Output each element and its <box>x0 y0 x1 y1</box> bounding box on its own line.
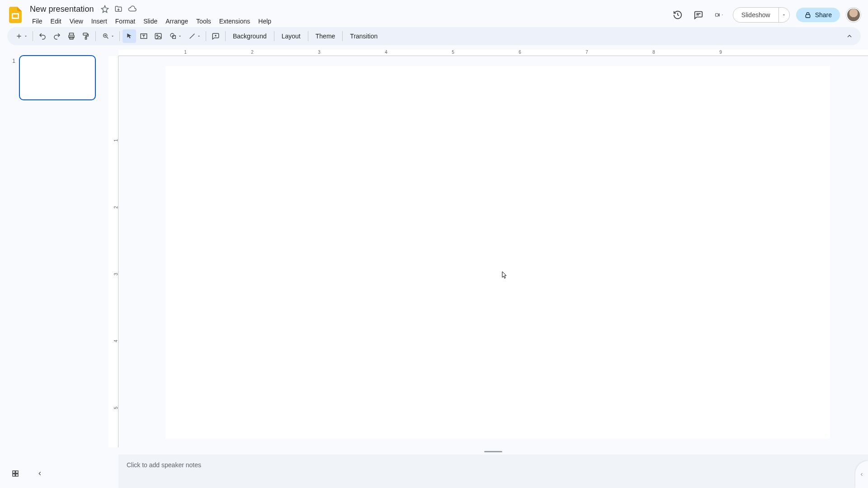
divider <box>33 31 33 41</box>
layout-button[interactable]: Layout <box>277 29 305 43</box>
grid-icon <box>11 469 19 478</box>
chevron-down-icon <box>110 34 115 38</box>
shape-button[interactable] <box>166 29 184 43</box>
svg-rect-3 <box>806 14 810 18</box>
slide-canvas[interactable] <box>165 66 830 439</box>
svg-rect-6 <box>83 33 87 35</box>
divider <box>95 31 96 41</box>
slideshow-label: Slideshow <box>741 11 770 19</box>
star-icon[interactable] <box>100 5 109 14</box>
ruler-label: 4 <box>385 50 387 55</box>
ruler-label: 9 <box>719 50 722 55</box>
ruler-label: 6 <box>519 50 521 55</box>
theme-button[interactable]: Theme <box>311 29 340 43</box>
svg-rect-15 <box>16 471 18 473</box>
share-label: Share <box>815 11 832 19</box>
transition-button[interactable]: Transition <box>345 29 382 43</box>
menu-format[interactable]: Format <box>112 16 138 27</box>
slideshow-dropdown[interactable] <box>778 8 789 22</box>
menu-insert[interactable]: Insert <box>88 16 110 27</box>
divider <box>342 31 343 41</box>
ruler-label: 7 <box>585 50 588 55</box>
background-button[interactable]: Background <box>228 29 271 43</box>
slideshow-main[interactable]: Slideshow <box>733 8 778 22</box>
ruler-label: 4 <box>114 340 119 343</box>
divider <box>119 31 120 41</box>
slides-logo-icon[interactable] <box>7 7 24 23</box>
notes-divider[interactable] <box>118 448 868 455</box>
menu-help[interactable]: Help <box>255 16 274 27</box>
collapse-filmstrip-button[interactable] <box>34 468 45 479</box>
bottom-left-controls <box>10 468 45 479</box>
svg-rect-14 <box>13 471 15 473</box>
slide-number: 1 <box>10 55 15 64</box>
menu-edit[interactable]: Edit <box>47 16 65 27</box>
line-button[interactable] <box>185 29 203 43</box>
redo-icon <box>53 32 61 40</box>
svg-rect-2 <box>715 14 718 16</box>
comments-icon[interactable] <box>691 8 706 22</box>
chevron-left-icon <box>37 470 43 477</box>
horizontal-ruler[interactable]: 1 2 3 4 5 6 7 8 9 <box>118 50 868 56</box>
menu-view[interactable]: View <box>66 16 86 27</box>
undo-button[interactable] <box>36 29 49 43</box>
menu-file[interactable]: File <box>29 16 46 27</box>
select-tool-button[interactable] <box>123 29 136 43</box>
move-folder-icon[interactable] <box>114 5 123 14</box>
menu-tools[interactable]: Tools <box>193 16 214 27</box>
canvas-area: 1 2 3 4 5 6 7 8 9 1 2 3 4 5 Click to add… <box>108 50 868 488</box>
speaker-notes-placeholder: Click to add speaker notes <box>127 461 201 469</box>
plus-icon <box>15 33 23 40</box>
cloud-status-icon[interactable] <box>127 5 137 14</box>
slide-thumbnail[interactable] <box>19 55 96 100</box>
menu-slide[interactable]: Slide <box>140 16 160 27</box>
image-button[interactable] <box>151 29 165 43</box>
speaker-notes[interactable]: Click to add speaker notes <box>118 455 868 488</box>
menu-extensions[interactable]: Extensions <box>216 16 253 27</box>
ruler-label: 2 <box>114 206 119 209</box>
ruler-label: 3 <box>114 273 119 276</box>
chevron-down-icon <box>197 34 201 38</box>
textbox-icon <box>140 32 148 40</box>
doc-title[interactable]: New presentation <box>28 4 96 15</box>
zoom-icon <box>102 33 109 40</box>
ruler-label: 1 <box>184 50 187 55</box>
chevron-down-icon <box>178 34 182 38</box>
background-label: Background <box>233 33 267 40</box>
filmstrip: 1 <box>0 50 108 488</box>
vertical-ruler[interactable]: 1 2 3 4 5 <box>108 56 118 447</box>
svg-rect-1 <box>13 14 18 18</box>
zoom-button[interactable] <box>99 29 117 43</box>
divider <box>206 31 206 41</box>
chevron-left-icon <box>859 472 864 477</box>
divider <box>225 31 226 41</box>
menu-arrange[interactable]: Arrange <box>162 16 191 27</box>
grid-view-button[interactable] <box>10 468 21 479</box>
hide-menus-button[interactable] <box>843 29 856 43</box>
paint-roller-icon <box>82 32 90 40</box>
svg-rect-17 <box>16 474 18 476</box>
ruler-label: 2 <box>251 50 254 55</box>
textbox-button[interactable] <box>137 29 151 43</box>
chevron-down-icon <box>24 34 28 38</box>
new-slide-button[interactable] <box>12 29 30 43</box>
history-icon[interactable] <box>670 8 685 22</box>
undo-icon <box>38 32 47 40</box>
slideshow-button: Slideshow <box>733 7 790 23</box>
add-comment-icon <box>212 32 220 40</box>
redo-button[interactable] <box>50 29 64 43</box>
transition-label: Transition <box>350 33 377 40</box>
share-button[interactable]: Share <box>796 8 840 22</box>
print-icon <box>67 32 75 40</box>
print-button[interactable] <box>65 29 78 43</box>
account-avatar[interactable] <box>846 8 861 22</box>
lock-icon <box>804 11 811 19</box>
drag-handle-icon <box>484 451 502 452</box>
comment-button[interactable] <box>209 29 222 43</box>
divider <box>274 31 274 41</box>
toolbar: Background Layout Theme Transition <box>7 27 861 45</box>
meet-button[interactable] <box>712 8 726 22</box>
paint-format-button[interactable] <box>79 29 93 43</box>
ruler-label: 1 <box>114 139 119 142</box>
workspace: 1 1 2 3 4 5 6 7 8 9 1 2 3 4 5 <box>0 50 868 488</box>
